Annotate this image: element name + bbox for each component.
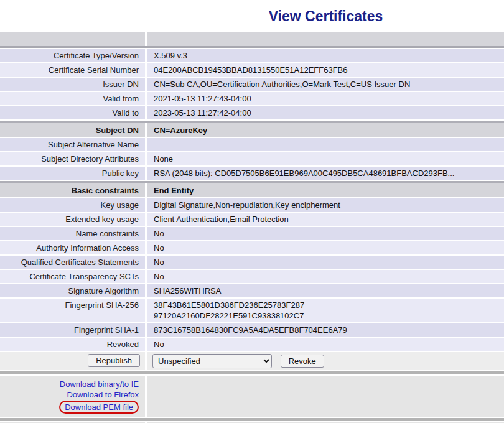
revoke-cell: Unspecified Revoke xyxy=(147,352,504,370)
download-row: Download binary/to IE Download to Firefo… xyxy=(0,376,504,417)
row-value: No xyxy=(147,338,504,351)
table-header-band xyxy=(0,32,504,48)
section-label: Subject DN xyxy=(0,123,145,137)
row-value: Digital Signature,Non-repudiation,Key en… xyxy=(147,198,504,212)
row-value: 873C16758B164830FC9A5A4DA5EFB8F704EE6A79 xyxy=(147,323,504,337)
table-row: Certificate Transparency SCTs No xyxy=(0,270,504,283)
table-row: Certificate Type/Version X.509 v.3 xyxy=(0,49,504,62)
row-label: Extended key usage xyxy=(0,213,145,226)
table-row: Name constraints No xyxy=(0,227,504,240)
table-row: Subject Alternative Name xyxy=(0,138,504,151)
actions-row: Republish Unspecified Revoke xyxy=(0,352,504,370)
table-row: Revoked No xyxy=(0,338,504,351)
header-band-right xyxy=(147,32,504,46)
row-label: Subject Alternative Name xyxy=(0,138,145,151)
row-value: 04E200ABCB19453BBAD8131550E51A12EFF63FB6 xyxy=(147,63,504,77)
row-value: CN=Sub CA,OU=Certification Authorities,O… xyxy=(147,78,504,91)
row-label: Certificate Transparency SCTs xyxy=(0,270,145,283)
row-label: Certificate Serial Number xyxy=(0,63,145,77)
row-value: X.509 v.3 xyxy=(147,49,504,62)
row-label: Name constraints xyxy=(0,227,145,240)
view-certificates-page: View Certificates Certificate Type/Versi… xyxy=(0,0,504,423)
row-label: Subject Directory Attributes xyxy=(0,152,145,165)
row-label: Valid from xyxy=(0,92,145,105)
table-row: Fingerprint SHA-1 873C16758B164830FC9A5A… xyxy=(0,323,504,337)
section-value: CN=AzureKey xyxy=(147,123,504,137)
row-value: No xyxy=(147,241,504,254)
download-firefox-link[interactable]: Download to Firefox xyxy=(6,389,139,400)
revoke-button[interactable]: Revoke xyxy=(281,355,324,368)
basic-constraints-section-band: Basic constraints End Entity xyxy=(0,181,504,197)
table-row: Valid to 2023-05-13 11:27:42-04:00 xyxy=(0,106,504,119)
republish-cell: Republish xyxy=(0,352,145,370)
subject-dn-section-band: Subject DN CN=AzureKey xyxy=(0,121,504,137)
row-label: Certificate Type/Version xyxy=(0,49,145,62)
row-value: No xyxy=(147,270,504,283)
table-row: Key usage Digital Signature,Non-repudiat… xyxy=(0,198,504,212)
table-row: Qualified Certificates Statements No xyxy=(0,256,504,269)
row-value: None xyxy=(147,152,504,165)
row-label: Key usage xyxy=(0,198,145,212)
row-label: Fingerprint SHA-1 xyxy=(0,323,145,337)
row-label: Revoked xyxy=(0,338,145,351)
table-row: Authority Information Access No xyxy=(0,241,504,254)
section-value: End Entity xyxy=(147,183,504,197)
section-label: Basic constraints xyxy=(0,183,145,197)
fingerprint-line-1: 38F43B61E5801D386FD236E25783F287 xyxy=(154,300,498,310)
table-row: Signature Algorithm SHA256WITHRSA xyxy=(0,284,504,297)
table-row-fingerprint-sha256: Fingerprint SHA-256 38F43B61E5801D386FD2… xyxy=(0,299,504,322)
download-links-cell: Download binary/to IE Download to Firefo… xyxy=(0,376,145,417)
certificate-table: Certificate Type/Version X.509 v.3 Certi… xyxy=(0,32,504,423)
page-title: View Certificates xyxy=(147,0,504,32)
row-value: 38F43B61E5801D386FD236E25783F287 97120A2… xyxy=(147,299,504,322)
download-pem-link[interactable]: Download PEM file xyxy=(65,402,133,412)
row-label: Issuer DN xyxy=(0,78,145,91)
table-row: Valid from 2021-05-13 11:27:43-04:00 xyxy=(0,92,504,105)
table-row: Issuer DN CN=Sub CA,OU=Certification Aut… xyxy=(0,78,504,91)
table-row: Subject Directory Attributes None xyxy=(0,152,504,165)
row-value: No xyxy=(147,256,504,269)
row-value: SHA256WITHRSA xyxy=(147,284,504,297)
row-label: Signature Algorithm xyxy=(0,284,145,297)
fingerprint-line-2: 97120A2160DF28221E591C93838102C7 xyxy=(154,310,498,321)
row-label: Public key xyxy=(0,167,145,180)
section-separator xyxy=(0,371,504,374)
row-value: RSA (2048 bits): CD05D7505B6E91EB969A00C… xyxy=(147,167,504,180)
row-value xyxy=(147,138,504,151)
row-value: 2021-05-13 11:27:43-04:00 xyxy=(147,92,504,105)
pem-annotation-oval: Download PEM file xyxy=(59,401,139,414)
table-row: Public key RSA (2048 bits): CD05D7505B6E… xyxy=(0,167,504,180)
download-binary-ie-link[interactable]: Download binary/to IE xyxy=(6,379,139,389)
download-row-right xyxy=(147,376,504,417)
revocation-reason-select[interactable]: Unspecified xyxy=(152,354,272,368)
row-label: Qualified Certificates Statements xyxy=(0,256,145,269)
row-label: Valid to xyxy=(0,106,145,119)
section-separator xyxy=(0,418,504,421)
table-row: Extended key usage Client Authentication… xyxy=(0,213,504,226)
row-value: No xyxy=(147,227,504,240)
row-value: 2023-05-13 11:27:42-04:00 xyxy=(147,106,504,119)
row-label: Fingerprint SHA-256 xyxy=(0,299,145,322)
republish-button[interactable]: Republish xyxy=(88,354,140,367)
table-row: Certificate Serial Number 04E200ABCB1945… xyxy=(0,63,504,77)
row-value: Client Authentication,Email Protection xyxy=(147,213,504,226)
row-label: Authority Information Access xyxy=(0,241,145,254)
header-band-left xyxy=(0,32,145,46)
